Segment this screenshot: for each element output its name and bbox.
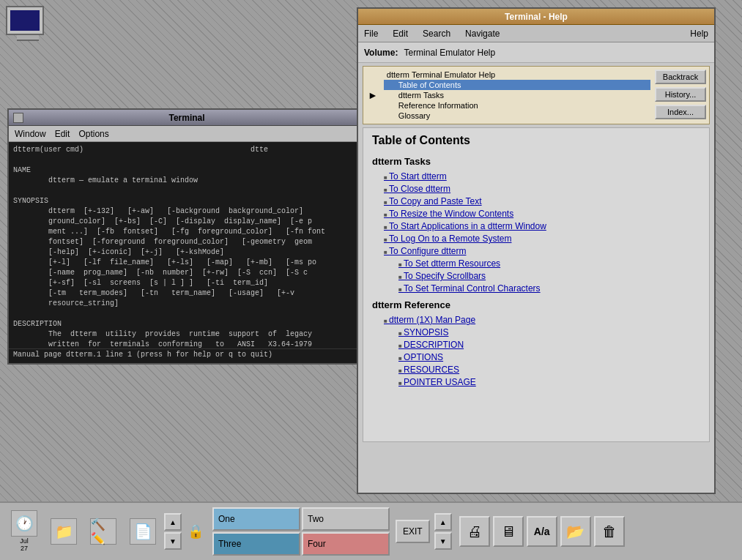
link-synopsis[interactable]: SYNOPSIS: [398, 327, 700, 337]
task-button-one[interactable]: One: [212, 507, 300, 531]
terminal-menu-edit[interactable]: Edit: [55, 129, 70, 139]
link-close-dtterm[interactable]: To Close dtterm: [384, 184, 700, 194]
link-description[interactable]: DESCRIPTION: [398, 340, 700, 350]
taskbar-right-icons: 🖨 🖥 A/a 📂 🗑: [459, 516, 625, 547]
tools-image: 🔨✏️: [90, 518, 116, 545]
backtrack-button[interactable]: Backtrack: [655, 70, 706, 84]
monitor-icon: [6, 6, 50, 50]
help-nav-buttons: Backtrack History... Index...: [655, 70, 706, 121]
help-volume-title: Terminal Emulator Help: [404, 48, 495, 58]
terminal-close-button[interactable]: [13, 113, 23, 123]
section2-title: dtterm Reference: [372, 299, 700, 310]
nav-item-glossary[interactable]: Glossary: [384, 111, 650, 121]
link-configure[interactable]: To Configure dtterm: [384, 246, 700, 256]
help-title: Terminal - Help: [505, 12, 568, 22]
clock-image: 🕐: [11, 510, 37, 537]
nav-item-tasks[interactable]: dtterm Tasks: [384, 90, 650, 100]
scroll-right-up-button[interactable]: ▲: [434, 513, 452, 531]
nav-item-toc[interactable]: Table of Contents: [384, 80, 650, 90]
link-resources[interactable]: RESOURCES: [398, 365, 700, 375]
link-resize-window[interactable]: To Resize the Window Contents: [384, 209, 700, 219]
help-nav-tree: dtterm Terminal Emulator Help Table of C…: [384, 70, 650, 121]
scroll-right-down-button[interactable]: ▼: [434, 532, 452, 550]
section1-title: dtterm Tasks: [372, 156, 700, 167]
nav-arrow-icon: ►: [366, 70, 379, 121]
terminal-menu-options[interactable]: Options: [78, 129, 108, 139]
help-menu-edit[interactable]: Edit: [390, 27, 411, 40]
trash-icon[interactable]: 🗑: [594, 516, 625, 547]
help-menu-search[interactable]: Search: [420, 27, 453, 40]
font-icon[interactable]: A/a: [527, 516, 557, 547]
help-menu-file[interactable]: File: [361, 27, 381, 40]
help-menu-navigate[interactable]: Navigate: [462, 27, 502, 40]
help-menubar: File Edit Search Navigate Help: [358, 25, 714, 42]
help-window: Terminal - Help File Edit Search Navigat…: [357, 7, 716, 494]
help-heading: Table of Contents: [372, 134, 700, 147]
help-menu-help[interactable]: Help: [687, 27, 711, 40]
link-copy-paste[interactable]: To Copy and Paste Text: [384, 196, 700, 206]
task-button-three[interactable]: Three: [212, 532, 300, 556]
index-button[interactable]: Index...: [655, 105, 706, 119]
help-nav-panel: ► dtterm Terminal Emulator Help Table of…: [363, 66, 710, 124]
link-pointer-usage[interactable]: POINTER USAGE: [398, 377, 700, 387]
link-start-apps[interactable]: To Start Applications in a dtterm Window: [384, 221, 700, 231]
clock-icon[interactable]: 🕐 Jul27: [6, 508, 42, 556]
link-man-page[interactable]: dtterm (1X) Man Page: [384, 315, 700, 325]
terminal-menubar: Window Edit Options: [9, 126, 365, 142]
lock-icon: 🔒: [188, 523, 204, 540]
terminal-menu-window[interactable]: Window: [15, 129, 46, 139]
nav-item-dtterm-help[interactable]: dtterm Terminal Emulator Help: [384, 70, 650, 80]
task-buttons: One Two Three Four: [212, 507, 390, 556]
link-terminal-control[interactable]: To Set Terminal Control Characters: [398, 283, 700, 294]
docs-icon[interactable]: 📄: [125, 508, 161, 556]
terminal-window: Terminal Window Edit Options dtterm(user…: [7, 108, 366, 365]
task-button-four[interactable]: Four: [302, 532, 390, 556]
display-settings-icon[interactable]: 🖥: [493, 516, 524, 547]
terminal-statusbar: Manual page dtterm.1 line 1 (press h for…: [9, 348, 365, 363]
terminal-content[interactable]: dtterm(user cmd) dtte NAME dtterm — emul…: [9, 142, 365, 348]
nav-item-reference[interactable]: Reference Information: [384, 100, 650, 111]
task-button-two[interactable]: Two: [302, 507, 390, 531]
clock-date: Jul27: [20, 538, 29, 553]
docs-image: 📄: [130, 518, 156, 545]
printer-icon[interactable]: 🖨: [459, 516, 490, 547]
file-manager-image: 📁: [51, 518, 77, 545]
link-scrollbars[interactable]: To Specify Scrollbars: [398, 271, 700, 281]
history-button[interactable]: History...: [655, 87, 706, 102]
tools-icon[interactable]: 🔨✏️: [85, 508, 122, 556]
link-log-on[interactable]: To Log On to a Remote System: [384, 234, 700, 244]
link-options[interactable]: OPTIONS: [398, 352, 700, 362]
terminal-titlebar: Terminal: [9, 110, 365, 126]
link-set-resources[interactable]: To Set dtterm Resources: [398, 258, 700, 269]
terminal-title: Terminal: [168, 113, 204, 123]
help-content[interactable]: Table of Contents dtterm Tasks To Start …: [363, 127, 710, 442]
file-manager-icon[interactable]: 📁: [45, 508, 82, 556]
scroll-up-button[interactable]: ▲: [164, 513, 182, 531]
taskbar: 🕐 Jul27 📁 🔨✏️ 📄 ▲ ▼ 🔒 One Two Three Four…: [0, 501, 742, 560]
help-volume-label: Volume:: [364, 48, 398, 58]
exit-button[interactable]: EXIT: [396, 520, 430, 543]
help-titlebar: Terminal - Help: [358, 9, 714, 25]
scroll-down-button[interactable]: ▼: [164, 532, 182, 550]
help-volume-bar: Volume: Terminal Emulator Help: [358, 42, 714, 63]
folder-icon[interactable]: 📂: [560, 516, 591, 547]
link-start-dtterm[interactable]: To Start dtterm: [384, 171, 700, 182]
